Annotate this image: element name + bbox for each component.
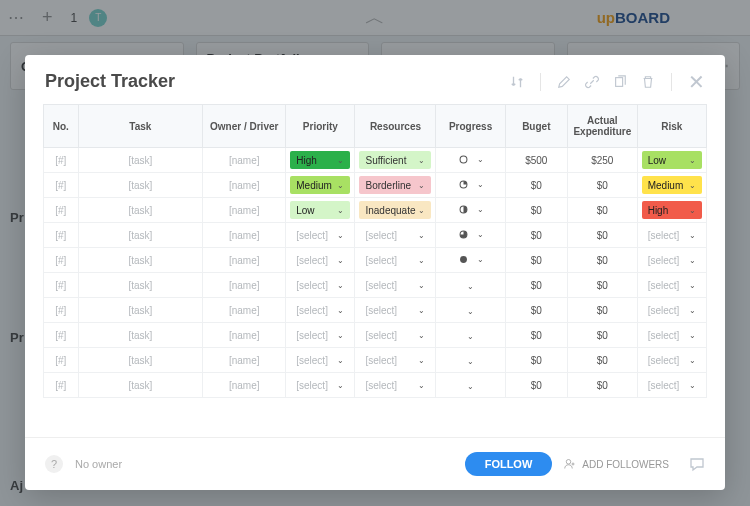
cell-owner[interactable]: [name] [203, 248, 286, 273]
cell-no[interactable]: [#] [44, 148, 79, 173]
cell-risk[interactable]: [select]⌄ [637, 248, 706, 273]
cell-risk[interactable]: Medium⌄ [637, 173, 706, 198]
cell-actual[interactable]: $0 [567, 198, 637, 223]
cell-no[interactable]: [#] [44, 323, 79, 348]
cell-resources[interactable]: [select]⌄ [355, 373, 436, 398]
cell-no[interactable]: [#] [44, 248, 79, 273]
cell-budget[interactable]: $0 [505, 173, 567, 198]
copy-icon[interactable] [613, 75, 627, 89]
cell-owner[interactable]: [name] [203, 298, 286, 323]
cell-no[interactable]: [#] [44, 223, 79, 248]
cell-risk[interactable]: [select]⌄ [637, 348, 706, 373]
comment-icon[interactable] [689, 456, 705, 472]
cell-task[interactable]: [task] [78, 198, 203, 223]
cell-budget[interactable]: $0 [505, 373, 567, 398]
cell-priority[interactable]: [select]⌄ [286, 323, 355, 348]
cell-progress[interactable]: ⌄ [436, 273, 505, 298]
cell-no[interactable]: [#] [44, 348, 79, 373]
owner-avatar[interactable]: ? [45, 455, 63, 473]
cell-progress[interactable]: ⌄ [436, 298, 505, 323]
cell-owner[interactable]: [name] [203, 348, 286, 373]
cell-progress[interactable]: ⌄ [436, 173, 505, 198]
cell-resources[interactable]: Borderline⌄ [355, 173, 436, 198]
cell-priority[interactable]: High⌄ [286, 148, 355, 173]
link-icon[interactable] [585, 75, 599, 89]
cell-budget[interactable]: $0 [505, 298, 567, 323]
cell-owner[interactable]: [name] [203, 373, 286, 398]
cell-resources[interactable]: [select]⌄ [355, 323, 436, 348]
sort-icon[interactable] [510, 75, 524, 89]
cell-actual[interactable]: $0 [567, 173, 637, 198]
cell-task[interactable]: [task] [78, 173, 203, 198]
cell-resources[interactable]: Sufficient⌄ [355, 148, 436, 173]
cell-resources[interactable]: [select]⌄ [355, 298, 436, 323]
cell-actual[interactable]: $0 [567, 273, 637, 298]
cell-risk[interactable]: [select]⌄ [637, 273, 706, 298]
cell-owner[interactable]: [name] [203, 173, 286, 198]
cell-progress[interactable]: ⌄ [436, 223, 505, 248]
cell-risk[interactable]: [select]⌄ [637, 373, 706, 398]
cell-owner[interactable]: [name] [203, 323, 286, 348]
cell-resources[interactable]: [select]⌄ [355, 248, 436, 273]
close-icon[interactable]: ✕ [688, 72, 705, 92]
cell-actual[interactable]: $0 [567, 348, 637, 373]
cell-priority[interactable]: Medium⌄ [286, 173, 355, 198]
cell-task[interactable]: [task] [78, 148, 203, 173]
cell-owner[interactable]: [name] [203, 273, 286, 298]
cell-actual[interactable]: $0 [567, 373, 637, 398]
cell-no[interactable]: [#] [44, 198, 79, 223]
cell-task[interactable]: [task] [78, 348, 203, 373]
cell-priority[interactable]: [select]⌄ [286, 373, 355, 398]
cell-progress[interactable]: ⌄ [436, 373, 505, 398]
cell-task[interactable]: [task] [78, 373, 203, 398]
cell-priority[interactable]: [select]⌄ [286, 298, 355, 323]
cell-progress[interactable]: ⌄ [436, 248, 505, 273]
cell-priority[interactable]: [select]⌄ [286, 223, 355, 248]
cell-resources[interactable]: Inadequate⌄ [355, 198, 436, 223]
cell-resources[interactable]: [select]⌄ [355, 273, 436, 298]
cell-no[interactable]: [#] [44, 173, 79, 198]
cell-priority[interactable]: Low⌄ [286, 198, 355, 223]
cell-task[interactable]: [task] [78, 223, 203, 248]
cell-owner[interactable]: [name] [203, 198, 286, 223]
cell-budget[interactable]: $500 [505, 148, 567, 173]
cell-priority[interactable]: [select]⌄ [286, 248, 355, 273]
cell-no[interactable]: [#] [44, 298, 79, 323]
cell-budget[interactable]: $0 [505, 273, 567, 298]
cell-progress[interactable]: ⌄ [436, 323, 505, 348]
cell-priority[interactable]: [select]⌄ [286, 273, 355, 298]
trash-icon[interactable] [641, 75, 655, 89]
cell-owner[interactable]: [name] [203, 223, 286, 248]
cell-actual[interactable]: $250 [567, 148, 637, 173]
cell-progress[interactable]: ⌄ [436, 348, 505, 373]
cell-budget[interactable]: $0 [505, 248, 567, 273]
cell-budget[interactable]: $0 [505, 323, 567, 348]
cell-actual[interactable]: $0 [567, 223, 637, 248]
cell-actual[interactable]: $0 [567, 298, 637, 323]
cell-risk[interactable]: Low⌄ [637, 148, 706, 173]
cell-task[interactable]: [task] [78, 323, 203, 348]
cell-task[interactable]: [task] [78, 248, 203, 273]
cell-owner[interactable]: [name] [203, 148, 286, 173]
add-followers-button[interactable]: ADD FOLLOWERS [564, 458, 669, 470]
cell-progress[interactable]: ⌄ [436, 148, 505, 173]
cell-resources[interactable]: [select]⌄ [355, 348, 436, 373]
cell-risk[interactable]: High⌄ [637, 198, 706, 223]
cell-no[interactable]: [#] [44, 373, 79, 398]
cell-risk[interactable]: [select]⌄ [637, 323, 706, 348]
cell-risk[interactable]: [select]⌄ [637, 298, 706, 323]
cell-budget[interactable]: $0 [505, 348, 567, 373]
cell-progress[interactable]: ⌄ [436, 198, 505, 223]
cell-actual[interactable]: $0 [567, 248, 637, 273]
cell-task[interactable]: [task] [78, 273, 203, 298]
edit-icon[interactable] [557, 75, 571, 89]
cell-budget[interactable]: $0 [505, 198, 567, 223]
cell-actual[interactable]: $0 [567, 323, 637, 348]
cell-resources[interactable]: [select]⌄ [355, 223, 436, 248]
cell-budget[interactable]: $0 [505, 223, 567, 248]
cell-priority[interactable]: [select]⌄ [286, 348, 355, 373]
cell-no[interactable]: [#] [44, 273, 79, 298]
follow-button[interactable]: FOLLOW [465, 452, 553, 476]
cell-task[interactable]: [task] [78, 298, 203, 323]
cell-risk[interactable]: [select]⌄ [637, 223, 706, 248]
